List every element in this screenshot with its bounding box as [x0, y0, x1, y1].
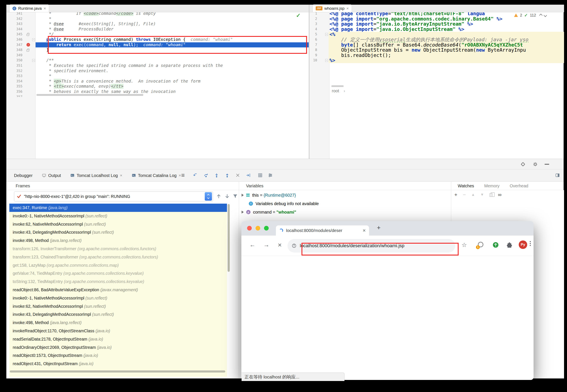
browser-tab[interactable]: localhost:8000/modules/deser × — [276, 225, 369, 236]
remove-watch-icon[interactable]: − — [463, 192, 466, 198]
copy-icon[interactable] — [490, 193, 493, 197]
frame-row[interactable]: getValue:74, TiedMapEntry (org.apache.co… — [9, 269, 227, 278]
next-problem-icon[interactable] — [544, 14, 547, 17]
url-text[interactable]: localhost:8000/modules/deserialization/w… — [300, 243, 404, 249]
tab-watches[interactable]: Watches — [458, 183, 474, 188]
expand-arrow-icon[interactable] — [241, 210, 244, 214]
variable-row-command[interactable]: p command = "whoami" — [239, 208, 451, 216]
frame-row[interactable]: get:158, LazyMap (org.apache.commons.col… — [9, 261, 227, 269]
fold-icon[interactable] — [32, 38, 35, 41]
warning-icon[interactable] — [514, 14, 518, 17]
frame-row[interactable]: readObject0:1573, ObjectInputStream (jav… — [9, 351, 227, 360]
close-icon[interactable]: × — [120, 173, 122, 178]
fold-icon[interactable] — [32, 59, 35, 62]
step-out-icon[interactable] — [225, 173, 229, 178]
frame-up-icon[interactable] — [216, 194, 221, 199]
extensions-puzzle-icon[interactable] — [506, 241, 513, 248]
tab-memory[interactable]: Memory — [484, 183, 499, 188]
editor-whoami-jsp[interactable]: 1<%@ page contentType="text/html;charset… — [310, 11, 564, 63]
frame-row[interactable]: transform:126, InvokerTransformer (org.a… — [9, 245, 227, 253]
frames-vscrollbar[interactable] — [227, 204, 230, 272]
zoom-window-button[interactable] — [264, 226, 269, 230]
profile-avatar[interactable]: Py — [519, 240, 527, 249]
minimize-icon[interactable] — [545, 164, 549, 165]
right-editor-hscrollbar[interactable] — [331, 85, 344, 87]
stop-loading-icon[interactable]: × — [278, 241, 282, 249]
prev-problem-icon[interactable] — [539, 14, 543, 17]
move-down-icon[interactable]: ▼ — [481, 193, 484, 197]
frame-row[interactable]: readSerialData:2178, ObjectInputStream (… — [9, 335, 227, 343]
variable-row-this[interactable]: this = {Runtime@6027} — [239, 191, 451, 199]
debug-tab-tomcat-localhost-log[interactable]: Tomcat Localhost Log× — [70, 173, 122, 178]
frame-row[interactable]: invoke0:-1, NativeMethodAccessorImpl (su… — [9, 212, 227, 220]
frame-down-icon[interactable] — [225, 194, 230, 199]
breadcrumb[interactable]: root › — [332, 88, 345, 93]
extension-icon-badged[interactable]: 1 — [477, 241, 484, 249]
step-into-icon[interactable] — [214, 173, 219, 178]
frame-row[interactable]: invoke:498, Method (java.lang.reflect) — [9, 237, 227, 245]
show-watches-icon[interactable]: ∞ — [498, 192, 502, 198]
frame-row[interactable]: exec:347, Runtime (java.lang) — [9, 204, 227, 212]
drop-frame-icon[interactable] — [235, 173, 240, 178]
run-to-cursor-icon[interactable] — [246, 173, 251, 178]
debug-tab-output[interactable]: Output — [42, 173, 61, 178]
site-info-icon[interactable] — [292, 243, 297, 248]
tab-runtime-java[interactable]: C Runtime.java × — [9, 4, 49, 12]
close-tab-icon[interactable]: × — [363, 227, 366, 234]
close-icon[interactable]: × — [346, 6, 349, 11]
grid-view-icon[interactable] — [258, 173, 263, 178]
debug-tab-debugger[interactable]: Debugger — [14, 173, 33, 178]
add-watch-icon[interactable]: + — [454, 192, 457, 198]
filter-funnel-icon[interactable] — [232, 194, 238, 199]
browser-window[interactable]: localhost:8000/modules/deser × + ← → × l… — [241, 221, 534, 380]
minimize-window-button[interactable] — [255, 226, 260, 230]
close-window-button[interactable] — [247, 226, 252, 230]
extension-icon-green[interactable] — [492, 241, 499, 248]
frame-row[interactable]: invoke:43, DelegatingMethodAccessorImpl … — [9, 228, 227, 237]
browser-menu-icon[interactable] — [530, 241, 531, 246]
breakpoint-icon[interactable] — [27, 43, 30, 47]
layout-settings-icon[interactable] — [268, 173, 273, 178]
frames-hscrollbar[interactable] — [10, 370, 225, 373]
editor-split-divider[interactable] — [309, 5, 310, 159]
frame-row[interactable]: invoke:62, NativeMethodAccessorImpl (sun… — [9, 302, 227, 310]
crosshair-icon[interactable] — [520, 162, 525, 167]
frame-row[interactable]: invokeReadObject:1170, ObjectStreamClass… — [9, 327, 227, 335]
frame-row[interactable]: readObject:86, BadAttributeValueExpExcep… — [9, 286, 227, 294]
code-line-352: 352 * specified environment. — [6, 68, 309, 74]
warning-count[interactable]: 2 — [520, 13, 522, 18]
combo-stepper[interactable] — [205, 192, 212, 201]
frame-row[interactable]: transform:123, ChainedTransformer (org.a… — [9, 253, 227, 261]
bookmark-star-icon[interactable]: ☆ — [462, 241, 467, 249]
frame-row[interactable]: invoke:62, NativeMethodAccessorImpl (sun… — [9, 220, 227, 228]
new-tab-icon[interactable]: + — [377, 224, 381, 231]
thread-selector[interactable]: "http-nio-8000-exec-1"@2,420 in group "m… — [14, 191, 213, 201]
debug-tab-tomcat-catalina-log[interactable]: Tomcat Catalina Log× — [132, 173, 181, 178]
frame-row[interactable]: readObject:431, ObjectInputStream (java.… — [9, 360, 227, 368]
expand-arrow-icon[interactable] — [241, 194, 244, 197]
left-editor-hscrollbar[interactable] — [36, 94, 143, 96]
editor-runtime-java[interactable]: 341 * If <code>command</code> is empty34… — [6, 11, 309, 97]
back-icon[interactable]: ← — [249, 241, 255, 248]
restore-layout-icon[interactable] — [555, 173, 560, 178]
forward-icon[interactable]: → — [263, 241, 269, 248]
frame-row[interactable]: invoke:43, DelegatingMethodAccessorImpl … — [9, 310, 227, 319]
fold-icon[interactable] — [325, 33, 328, 36]
tab-overhead[interactable]: Overhead — [510, 183, 528, 188]
step-over-icon[interactable] — [204, 173, 208, 178]
breadcrumb-root[interactable]: root — [332, 88, 339, 93]
move-up-icon[interactable]: ▲ — [471, 193, 475, 197]
show-execution-point-icon[interactable] — [193, 173, 198, 178]
hamburger-icon[interactable]: ≡ — [181, 172, 185, 179]
url-bar[interactable]: localhost:8000/modules/deserialization/w… — [287, 239, 455, 252]
close-icon[interactable]: × — [179, 173, 181, 178]
frame-row[interactable]: invoke0:-1, NativeMethodAccessorImpl (su… — [9, 294, 227, 302]
close-icon[interactable]: × — [44, 6, 46, 11]
ok-count[interactable]: 112 — [530, 13, 536, 18]
fold-icon[interactable] — [325, 59, 328, 62]
frame-row[interactable]: readOrdinaryObject:2069, ObjectInputStre… — [9, 343, 227, 351]
gear-icon[interactable] — [533, 162, 538, 167]
frame-row[interactable]: invoke:498, Method (java.lang.reflect) — [9, 319, 227, 327]
frame-row[interactable]: toString:132, TiedMapEntry (org.apache.c… — [9, 278, 227, 286]
tab-whoami-jsp[interactable]: JSP whoami.jsp × — [312, 4, 352, 12]
